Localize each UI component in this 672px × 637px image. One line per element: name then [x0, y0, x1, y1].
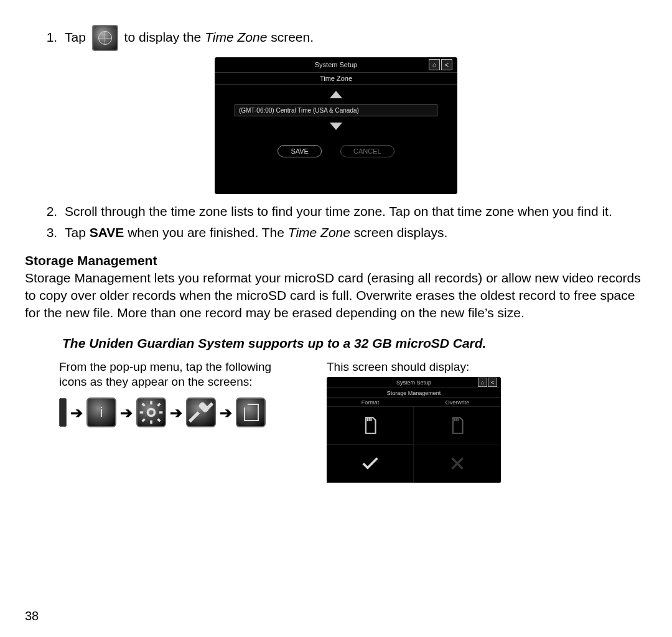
left-column-text: From the pop-up menu, tap the following …: [59, 360, 296, 390]
right-column-text: This screen should display:: [327, 360, 501, 375]
ss-title: System Setup: [396, 379, 431, 386]
page-number: 38: [25, 609, 39, 623]
sd-card-icon: [236, 398, 266, 427]
save-button: SAVE: [278, 145, 322, 157]
home-icon: ⌂: [429, 59, 440, 70]
back-icon: <: [441, 59, 452, 70]
storage-management-paragraph: Storage Management lets you reformat you…: [25, 269, 647, 322]
arrow-icon: ➔: [170, 403, 182, 422]
storage-screenshot: System Setup ⌂ < Storage Management Form…: [327, 377, 501, 483]
globe-icon: [92, 25, 118, 51]
arrow-icon: ➔: [70, 403, 83, 422]
step-1: Tap to display the Time Zone screen.: [61, 25, 647, 51]
storage-management-heading: Storage Management: [25, 253, 647, 268]
home-icon: ⌂: [478, 378, 487, 387]
arrow-up-icon: [330, 91, 342, 98]
step1-after-b: screen.: [267, 30, 314, 44]
tz-title: System Setup: [315, 61, 357, 68]
checkmark-icon: [327, 445, 414, 483]
format-card-icon: [327, 407, 414, 445]
ss-col-overwrite: Overwrite: [414, 398, 501, 407]
tz-subtitle: Time Zone: [215, 73, 457, 85]
svg-point-0: [148, 409, 155, 416]
tz-selected-value: (GMT-06:00) Central Time (USA & Canada): [235, 105, 437, 116]
cancel-button: CANCEL: [340, 145, 394, 157]
info-icon: i: [86, 398, 116, 427]
timezone-screenshot: System Setup ⌂ < Time Zone (GMT-06:00) C…: [215, 57, 457, 194]
icon-navigation-row: ➔ i ➔ ➔ ➔: [59, 398, 296, 427]
arrow-icon: ➔: [120, 403, 133, 422]
arrow-down-icon: [330, 123, 342, 130]
overwrite-card-icon: [414, 407, 501, 445]
step-2: Scroll through the time zone lists to fi…: [61, 203, 647, 220]
tools-icon: [186, 398, 216, 427]
step1-italic: Time Zone: [205, 30, 267, 44]
cross-icon: [414, 445, 501, 483]
arrow-icon: ➔: [220, 403, 232, 422]
tab-icon: [59, 398, 67, 427]
step1-before: Tap: [65, 30, 86, 44]
sd-card-note: The Uniden Guardian System supports up t…: [62, 336, 647, 351]
step-3: Tap SAVE when you are finished. The Time…: [61, 224, 647, 241]
back-icon: <: [488, 378, 497, 387]
step1-after-a: to display the: [124, 30, 205, 44]
gear-icon: [136, 398, 166, 427]
ss-subtitle: Storage Management: [327, 388, 501, 398]
ss-col-format: Format: [327, 398, 414, 407]
